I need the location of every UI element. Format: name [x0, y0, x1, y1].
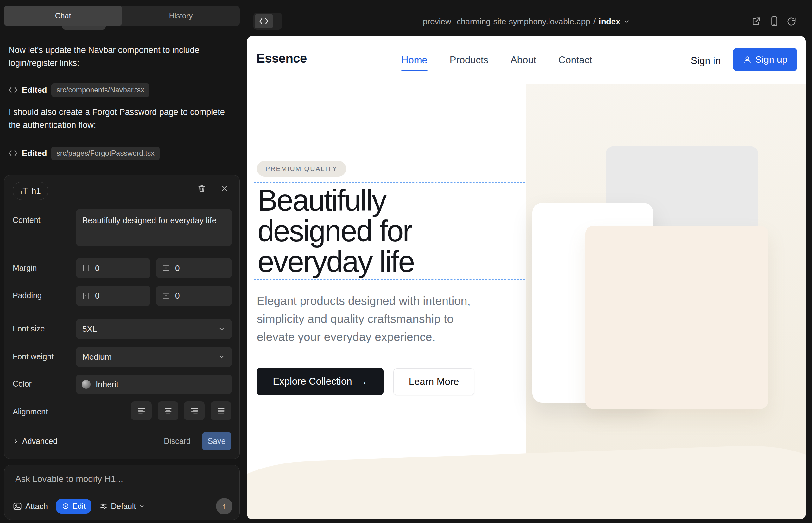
chevron-down-icon [218, 353, 226, 361]
element-editor-panel: тT h1 Content Beautifully designed for e… [4, 175, 240, 459]
image-icon [13, 502, 22, 511]
margin-y-input[interactable]: 0 [156, 258, 232, 278]
padding-label: Padding [13, 291, 42, 300]
file-chip[interactable]: src/pages/ForgotPassword.tsx [51, 147, 159, 160]
font-size-label: Font size [13, 324, 45, 333]
chevron-down-icon [139, 503, 145, 509]
sign-up-button[interactable]: Sign up [733, 48, 797, 71]
align-left-button[interactable] [131, 401, 152, 420]
padding-y-value: 0 [175, 291, 180, 301]
composer-toolbar: Attach Edit Default [13, 498, 232, 515]
tab-history[interactable]: History [122, 6, 240, 26]
close-icon [220, 184, 229, 193]
subtext-line: simplicity and quality craftsmanship to [257, 310, 471, 328]
code-view-toggle[interactable] [253, 13, 282, 30]
close-editor-button[interactable] [217, 181, 231, 195]
tab-chat[interactable]: Chat [4, 6, 122, 26]
sign-in-link[interactable]: Sign in [691, 55, 721, 67]
trash-icon [197, 184, 206, 193]
padding-x-input[interactable]: 0 [76, 286, 151, 306]
headline-line: Beautifully [258, 185, 414, 216]
url-page: index [599, 17, 620, 26]
advanced-label: Advanced [22, 437, 57, 446]
attach-button[interactable]: Attach [13, 502, 48, 511]
subtext-line: elevate your everyday experience. [257, 328, 471, 346]
attach-label: Attach [25, 502, 48, 511]
site-nav: Home Products About Contact [401, 54, 592, 71]
align-justify-button[interactable] [211, 401, 231, 420]
align-justify-icon [217, 407, 226, 415]
padding-x-value: 0 [95, 291, 100, 301]
align-right-button[interactable] [184, 401, 205, 420]
edit-mode-button[interactable]: Edit [56, 499, 91, 513]
url-domain: preview--charming-site-symphony.lovable.… [423, 17, 590, 26]
color-label: Color [13, 379, 32, 389]
content-label: Content [13, 216, 40, 225]
edit-label: Edit [72, 502, 86, 511]
hero-subtext: Elegant products designed with intention… [257, 292, 471, 346]
arrow-up-icon [222, 501, 226, 511]
hero-decor-beige-card [585, 226, 768, 409]
font-size-value: 5XL [82, 324, 97, 334]
preview-url-bar[interactable]: preview--charming-site-symphony.lovable.… [247, 15, 806, 28]
font-size-select[interactable]: 5XL [76, 319, 232, 339]
color-select[interactable]: Inherit [76, 375, 232, 394]
send-button[interactable] [216, 498, 232, 515]
site-logo[interactable]: Essence [257, 51, 307, 66]
chat-history-tabbar: Chat History [4, 6, 240, 26]
code-icon [8, 150, 17, 157]
advanced-toggle[interactable]: Advanced [13, 437, 57, 446]
hero-headline[interactable]: Beautifully designed for everyday life [258, 185, 414, 277]
nav-link-products[interactable]: Products [450, 54, 488, 66]
selected-element-pill: тT h1 [13, 182, 48, 200]
learn-more-button[interactable]: Learn More [393, 368, 474, 395]
margin-x-value: 0 [95, 264, 100, 273]
mode-select[interactable]: Default [100, 502, 145, 511]
sliders-icon [100, 502, 108, 510]
file-chip[interactable]: src/components/Navbar.tsx [51, 83, 149, 97]
code-icon [8, 86, 17, 93]
delete-element-button[interactable] [195, 181, 209, 195]
font-weight-label: Font weight [13, 352, 54, 361]
color-value: Inherit [96, 380, 119, 390]
edited-file-row: Edited src/components/Navbar.tsx [8, 83, 149, 97]
content-input[interactable]: Beautifully designed for everyday life [76, 209, 232, 246]
padding-vertical-icon [162, 292, 170, 300]
edited-file-row: Edited src/pages/ForgotPassword.tsx [8, 146, 160, 160]
url-separator: / [594, 17, 596, 26]
site-preview: Essence Home Products About Contact Sign… [247, 36, 806, 519]
nav-link-contact[interactable]: Contact [558, 54, 592, 66]
headline-line: designed for [258, 216, 414, 246]
lovable-workspace: Chat History Now let's update the Navbar… [0, 0, 812, 523]
margin-vertical-icon [162, 264, 170, 272]
chat-message: I should also create a Forgot Password p… [8, 106, 230, 132]
align-center-icon [164, 407, 173, 415]
hero-curve-shape [247, 443, 806, 519]
nav-link-home[interactable]: Home [401, 54, 427, 71]
text-size-icon: тT [20, 186, 28, 196]
explore-collection-button[interactable]: Explore Collection [257, 367, 384, 395]
margin-y-value: 0 [175, 264, 180, 273]
color-swatch [82, 380, 91, 389]
save-button[interactable]: Save [202, 432, 231, 450]
subtext-line: Elegant products designed with intention… [257, 292, 471, 310]
chevron-down-icon [218, 325, 226, 333]
chat-message: Now let's update the Navbar component to… [8, 44, 224, 70]
align-center-button[interactable] [158, 401, 178, 420]
discard-button[interactable]: Discard [164, 437, 191, 446]
nav-link-about[interactable]: About [511, 54, 536, 66]
font-weight-select[interactable]: Medium [76, 347, 232, 367]
margin-label: Margin [13, 264, 37, 273]
padding-horizontal-icon [82, 292, 90, 300]
margin-x-input[interactable]: 0 [76, 258, 151, 278]
edited-label: Edited [22, 85, 47, 95]
sign-up-label: Sign up [755, 54, 788, 65]
element-tag-label: h1 [32, 186, 41, 196]
chevron-right-icon [13, 438, 19, 445]
composer-input[interactable]: Ask Lovable to modify H1... [15, 474, 123, 484]
cta-primary-label: Explore Collection [273, 376, 352, 387]
padding-y-input[interactable]: 0 [156, 286, 232, 306]
target-icon [62, 502, 69, 510]
align-right-icon [190, 407, 199, 415]
user-icon [743, 55, 752, 64]
